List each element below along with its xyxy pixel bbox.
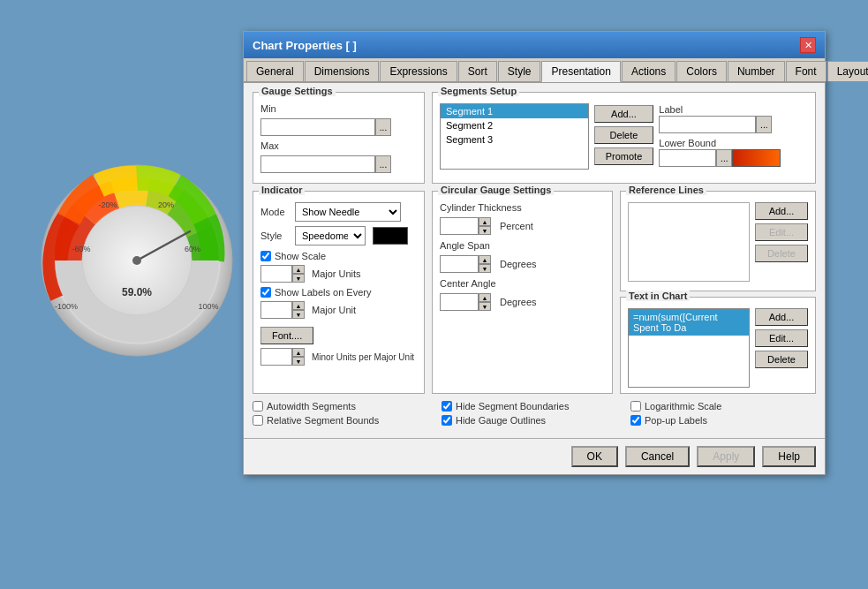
tab-sort[interactable]: Sort <box>458 61 497 81</box>
circular-section: Circular Gauge Settings Cylinder Thickne… <box>432 191 613 394</box>
lower-bound-input[interactable]: -1 <box>659 149 716 167</box>
dialog-footer: OK Cancel Apply Help <box>244 438 825 474</box>
gauge-widget: -100% -60% -20% 20% 60% 100% 59.0% <box>35 159 238 362</box>
svg-point-10 <box>132 256 141 265</box>
autowidth-checkbox[interactable] <box>253 401 263 412</box>
segment-label-ellipsis[interactable]: ... <box>756 116 772 133</box>
gauge-settings-label: Gauge Settings <box>259 86 336 96</box>
tab-font[interactable]: Font <box>786 61 826 81</box>
mode-select[interactable]: Show Needle <box>295 202 401 222</box>
left-checkboxes: Autowidth Segments Relative Segment Boun… <box>253 401 438 429</box>
logarithmic-checkbox[interactable] <box>630 401 641 412</box>
lower-bound-ellipsis[interactable]: ... <box>716 149 732 167</box>
reference-lines-box <box>628 202 750 282</box>
hide-boundaries-checkbox[interactable] <box>442 401 452 412</box>
text-formula-item[interactable]: =num(sum([Current Spent To Da <box>629 309 749 336</box>
mode-row: Mode Show Needle <box>260 202 417 222</box>
segments-section: Segments Setup Segment 1 Segment 2 Segme… <box>432 92 816 184</box>
tab-expressions[interactable]: Expressions <box>380 61 457 81</box>
major-units-up[interactable]: ▲ <box>292 265 305 274</box>
style-row: Style Speedometer <box>260 226 417 245</box>
center-down[interactable]: ▼ <box>479 302 491 311</box>
help-button[interactable]: Help <box>762 446 816 467</box>
indicator-color-swatch[interactable] <box>373 227 408 245</box>
angle-down[interactable]: ▼ <box>479 264 491 273</box>
major-units-input[interactable]: 6 <box>260 265 292 283</box>
major-units-spinner-btns: ▲ ▼ <box>292 265 305 283</box>
min-ellipsis-button[interactable]: ... <box>375 118 391 136</box>
text-add-button[interactable]: Add... <box>755 308 808 326</box>
ok-button[interactable]: OK <box>571 446 618 467</box>
tab-presentation[interactable]: Presentation <box>541 61 620 82</box>
major-unit-down[interactable]: ▼ <box>292 310 305 319</box>
tab-layout[interactable]: Layout <box>827 61 868 81</box>
tab-style[interactable]: Style <box>498 61 541 81</box>
tab-general[interactable]: General <box>246 61 304 81</box>
segment-item-1[interactable]: Segment 1 <box>441 104 588 118</box>
segments-label: Segments Setup <box>438 86 519 96</box>
relative-checkbox[interactable] <box>253 415 263 426</box>
tab-actions[interactable]: Actions <box>622 61 676 81</box>
cylinder-down[interactable]: ▼ <box>479 226 491 235</box>
apply-button[interactable]: Apply <box>697 446 755 467</box>
svg-text:59.0%: 59.0% <box>122 286 152 298</box>
minor-units-down[interactable]: ▼ <box>292 357 305 366</box>
text-in-chart-section: Text in Chart =num(sum([Current Spent To… <box>620 297 816 394</box>
segment-label-input[interactable]: Segment 1 <box>659 116 756 133</box>
lower-bound-group: -1 ... <box>659 149 808 167</box>
text-delete-button[interactable]: Delete <box>755 351 808 368</box>
segment-item-3[interactable]: Segment 3 <box>441 132 588 147</box>
cancel-button[interactable]: Cancel <box>625 446 690 467</box>
major-unit-input[interactable]: 1 <box>260 301 292 319</box>
tab-dimensions[interactable]: Dimensions <box>305 61 380 81</box>
segments-promote-button[interactable]: Promote <box>594 147 654 165</box>
major-units-label: Major Units <box>312 268 361 279</box>
style-select[interactable]: Speedometer <box>295 226 366 245</box>
close-button[interactable]: ✕ <box>800 37 816 53</box>
center-label: Center Angle <box>440 278 496 289</box>
cylinder-input[interactable]: 50 <box>440 217 479 235</box>
major-unit-up[interactable]: ▲ <box>292 301 305 310</box>
major-unit-spinner: 1 ▲ ▼ <box>260 301 305 319</box>
min-input[interactable]: -1 <box>260 118 375 136</box>
angle-label: Angle Span <box>440 240 490 251</box>
max-input-row: 1 ... <box>260 155 417 173</box>
popup-labels-row: Pop-up Labels <box>630 415 816 426</box>
angle-up[interactable]: ▲ <box>479 255 491 264</box>
show-scale-checkbox[interactable] <box>260 251 271 261</box>
font-button[interactable]: Font.... <box>260 327 313 344</box>
popup-labels-label: Pop-up Labels <box>645 415 707 426</box>
cylinder-up[interactable]: ▲ <box>479 217 491 226</box>
segment-label-label: Label <box>659 104 683 115</box>
max-input[interactable]: 1 <box>260 155 375 173</box>
segments-delete-button[interactable]: Delete <box>594 126 654 144</box>
ref-add-button[interactable]: Add... <box>755 202 808 220</box>
tab-bar: General Dimensions Expressions Sort Styl… <box>244 58 825 83</box>
segments-add-button[interactable]: Add... <box>594 105 654 123</box>
center-up[interactable]: ▲ <box>479 293 491 302</box>
major-unit-label: Major Unit <box>312 305 356 315</box>
center-input[interactable]: 0 <box>440 293 479 311</box>
gauge-settings-section: Gauge Settings Min -1 ... Max 1 ... <box>253 92 425 184</box>
ref-edit-button[interactable]: Edit... <box>755 223 808 241</box>
show-labels-checkbox[interactable] <box>260 287 271 298</box>
show-labels-label: Show Labels on Every <box>275 287 371 298</box>
angle-spinner: 270 ▲ ▼ <box>440 255 491 273</box>
tab-number[interactable]: Number <box>728 61 785 81</box>
lower-bound-color-swatch[interactable] <box>732 149 781 167</box>
hide-outlines-checkbox[interactable] <box>442 415 452 426</box>
tab-colors[interactable]: Colors <box>676 61 727 81</box>
minor-units-input[interactable]: 0 <box>260 348 292 366</box>
minor-units-up[interactable]: ▲ <box>292 348 305 357</box>
minor-units-label: Minor Units per Major Unit <box>312 352 414 362</box>
angle-row: Angle Span <box>440 240 605 251</box>
angle-input-row: 270 ▲ ▼ Degrees <box>440 255 605 273</box>
major-units-down[interactable]: ▼ <box>292 274 305 283</box>
ref-delete-button[interactable]: Delete <box>755 245 808 262</box>
text-edit-button[interactable]: Edit... <box>755 329 808 347</box>
popup-labels-checkbox[interactable] <box>630 415 641 426</box>
angle-input[interactable]: 270 <box>440 255 479 273</box>
segment-item-2[interactable]: Segment 2 <box>441 118 588 132</box>
max-ellipsis-button[interactable]: ... <box>375 155 391 173</box>
segments-listbox[interactable]: Segment 1 Segment 2 Segment 3 <box>440 103 589 170</box>
